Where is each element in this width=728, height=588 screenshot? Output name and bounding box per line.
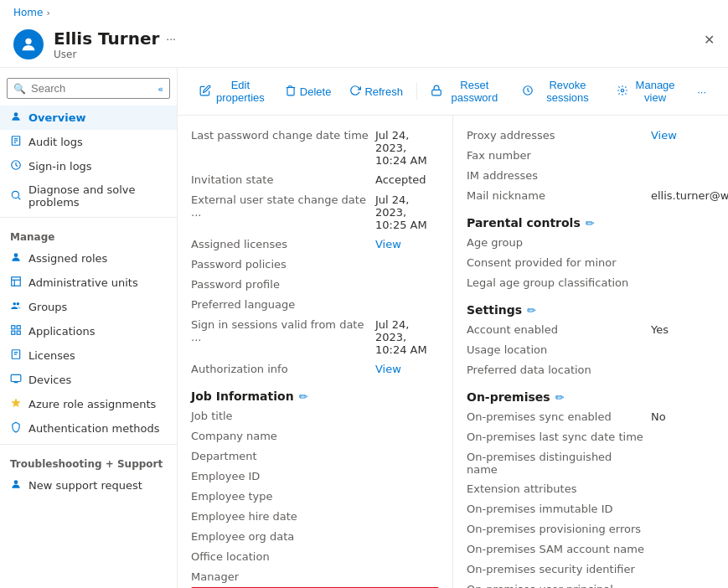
prop-label: Job title xyxy=(191,410,375,422)
breadcrumb-home[interactable]: Home xyxy=(13,7,43,18)
properties-area: Last password change date time Jul 24, 2… xyxy=(178,116,728,588)
sidebar-item-auth-methods[interactable]: Authentication methods xyxy=(0,416,177,441)
breadcrumb: Home › xyxy=(0,0,728,25)
onprem-edit-icon[interactable]: ✏️ xyxy=(555,391,565,404)
troubleshoot-section-label: Troubleshooting + Support xyxy=(0,448,177,473)
sidebar-item-azure-roles[interactable]: Azure role assignments xyxy=(0,392,177,416)
prop-value: Jul 24, 2023, 10:24 AM xyxy=(375,129,439,167)
sidebar-item-label: Devices xyxy=(28,374,71,386)
edit-icon xyxy=(199,85,211,99)
prop-label: Age group xyxy=(467,236,651,249)
prop-label: Extension attributes xyxy=(467,482,651,495)
sidebar-item-label: Sign-in logs xyxy=(28,160,92,173)
prop-label: Employee hire date xyxy=(191,510,375,523)
auth-info-link[interactable]: View xyxy=(375,363,439,375)
prop-age-group: Age group xyxy=(467,233,715,253)
sidebar-item-label: Authentication methods xyxy=(28,422,160,435)
refresh-icon xyxy=(349,85,361,99)
prop-label: On-premises distinguished name xyxy=(467,451,651,476)
svg-marker-24 xyxy=(11,398,21,407)
svg-point-28 xyxy=(621,89,624,92)
prop-label: Last password change date time xyxy=(191,129,375,142)
prop-label: External user state change date ... xyxy=(191,193,375,219)
svg-rect-17 xyxy=(17,331,20,334)
prop-job-title: Job title xyxy=(191,406,439,426)
prop-label: Manager xyxy=(191,570,375,583)
prop-pref-lang: Preferred language xyxy=(191,295,439,315)
close-button[interactable]: ✕ xyxy=(704,32,715,48)
svg-point-8 xyxy=(14,253,18,257)
prop-emp-id: Employee ID xyxy=(191,467,439,487)
divider xyxy=(0,217,177,218)
prop-label: On-premises immutable ID xyxy=(467,503,651,515)
prop-sign-in-sessions: Sign in sessions valid from date ... Jul… xyxy=(191,315,439,359)
job-edit-icon[interactable]: ✏️ xyxy=(299,390,308,403)
prop-pwd-profile: Password profile xyxy=(191,275,439,295)
sidebar-item-diagnose[interactable]: Diagnose and solve problems xyxy=(0,178,177,214)
user-subtitle: User xyxy=(54,49,715,60)
diagnose-icon xyxy=(10,189,22,204)
sidebar-item-label: Assigned roles xyxy=(28,252,107,265)
prop-proxy: Proxy addresses View xyxy=(467,126,715,146)
sidebar-item-admin-units[interactable]: Administrative units xyxy=(0,271,177,295)
svg-point-0 xyxy=(25,39,31,44)
admin-units-icon xyxy=(10,276,22,290)
sidebar-item-applications[interactable]: Applications xyxy=(0,319,177,343)
job-info-section: Job Information ✏️ xyxy=(191,379,439,406)
svg-point-13 xyxy=(17,302,19,306)
refresh-button[interactable]: Refresh xyxy=(341,80,411,103)
settings-edit-icon[interactable]: ✏️ xyxy=(527,304,536,317)
prop-pwd-policies: Password policies xyxy=(191,255,439,275)
prop-value: Jul 24, 2023, 10:24 AM xyxy=(375,318,439,356)
prop-account-enabled: Account enabled Yes xyxy=(467,320,715,340)
sidebar-item-licenses[interactable]: Licenses xyxy=(0,343,177,368)
revoke-sessions-button[interactable]: Revoke sessions xyxy=(514,75,607,108)
header-ellipsis-button[interactable]: ··· xyxy=(166,32,176,45)
prop-label: Department xyxy=(191,450,375,462)
devices-icon xyxy=(10,373,22,387)
search-input[interactable] xyxy=(7,78,170,99)
prop-usage-location: Usage location xyxy=(467,340,715,360)
prop-label: Company name xyxy=(191,430,375,442)
more-button[interactable]: ··· xyxy=(689,81,715,102)
prop-last-sync: On-premises last sync date time xyxy=(467,427,715,447)
prop-label: Fax number xyxy=(467,149,651,162)
collapse-button[interactable]: « xyxy=(157,83,163,94)
prop-distinguished: On-premises distinguished name xyxy=(467,447,715,479)
parental-edit-icon[interactable]: ✏️ xyxy=(586,217,595,230)
prop-label: Mail nickname xyxy=(467,189,651,202)
overview-icon xyxy=(10,111,22,125)
user-header: Ellis Turner ··· User ✕ xyxy=(0,25,728,68)
licenses-link[interactable]: View xyxy=(375,238,439,250)
sidebar-item-sign-in-logs[interactable]: Sign-in logs xyxy=(0,154,177,178)
prop-label: Account enabled xyxy=(467,323,651,336)
sidebar-item-devices[interactable]: Devices xyxy=(0,368,177,392)
edit-properties-button[interactable]: Edit properties xyxy=(191,75,275,108)
prop-prov-errors: On-premises provisioning errors xyxy=(467,519,715,539)
assigned-roles-icon xyxy=(10,251,22,266)
sidebar-item-audit-logs[interactable]: Audit logs xyxy=(0,130,177,154)
licenses-icon xyxy=(10,348,22,363)
manage-view-button[interactable]: Manage view xyxy=(608,75,687,108)
reset-password-button[interactable]: Reset password xyxy=(422,75,512,108)
sidebar-item-label: Azure role assignments xyxy=(28,398,156,410)
prop-sam-account: On-premises SAM account name xyxy=(467,539,715,560)
support-icon xyxy=(10,478,22,493)
manage-view-icon xyxy=(617,85,628,99)
sidebar-item-label: Groups xyxy=(28,301,67,313)
revoke-icon xyxy=(522,85,534,99)
prop-licenses: Assigned licenses View xyxy=(191,235,439,255)
delete-button[interactable]: Delete xyxy=(276,80,340,103)
sidebar-item-assigned-roles[interactable]: Assigned roles xyxy=(0,246,177,271)
sidebar-item-overview[interactable]: Overview xyxy=(0,106,177,130)
svg-point-7 xyxy=(12,191,18,198)
sidebar-item-groups[interactable]: Groups xyxy=(0,295,177,319)
user-name: Ellis Turner ··· xyxy=(54,28,715,49)
svg-rect-21 xyxy=(11,374,21,381)
svg-rect-14 xyxy=(12,326,15,329)
svg-point-12 xyxy=(13,302,17,306)
sidebar-item-label: Overview xyxy=(28,111,86,124)
sidebar-item-support-request[interactable]: New support request xyxy=(0,473,177,498)
proxy-link[interactable]: View xyxy=(651,129,715,142)
prop-label: On-premises user principal name xyxy=(467,583,651,588)
